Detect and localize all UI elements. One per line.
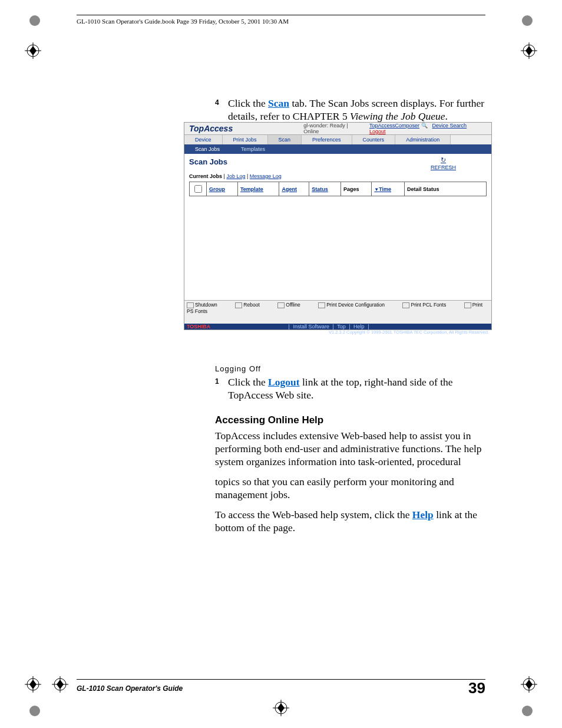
top-links: TopAccessComposer 🔍Device Search Logout: [365, 123, 489, 134]
svg-marker-12: [525, 46, 533, 55]
subtab-templates[interactable]: Templates: [230, 144, 276, 154]
crumb-current: Current Jobs: [189, 173, 222, 179]
button-icon: [277, 302, 285, 308]
step-number: 1: [215, 377, 219, 386]
col-agent[interactable]: Agent: [279, 182, 309, 196]
top-link[interactable]: Top: [337, 324, 346, 330]
button-icon: [318, 302, 325, 308]
footer-actions: Shutdown Reboot Offline Print Device Con…: [187, 302, 489, 314]
main-tabs: Device Print Jobs Scan Preferences Count…: [184, 134, 491, 144]
toshiba-logo: TOSHIBA: [187, 324, 210, 330]
crop-mark-icon: [521, 42, 537, 59]
button-icon: [187, 302, 194, 308]
refresh-link[interactable]: ↻ REFRESH: [431, 156, 456, 170]
job-view-crumbs: Current Jobs | Job Log | Message Log: [189, 173, 487, 179]
col-template[interactable]: Template: [238, 182, 279, 196]
crop-mark-icon: [273, 700, 289, 716]
bottom-links: | Install Software | Top | Help |: [289, 324, 369, 330]
col-detail[interactable]: Detail Status: [405, 182, 487, 196]
svg-marker-28: [277, 703, 285, 713]
step-text: Click the Logout link at the top, right-…: [228, 376, 453, 401]
help-link[interactable]: Help: [412, 509, 434, 521]
step-4: 4 Click the Scan tab. The Scan Jobs scre…: [215, 97, 492, 123]
crop-mark-icon: [25, 676, 41, 693]
crumb-joblog[interactable]: Job Log: [226, 173, 245, 179]
tab-administration[interactable]: Administration: [395, 135, 451, 144]
corner-ball-br: [522, 706, 533, 716]
print-device-config-button[interactable]: Print Device Configuration: [318, 302, 393, 308]
tab-preferences[interactable]: Preferences: [302, 135, 352, 144]
search-icon: 🔍: [421, 123, 428, 129]
brand-logo: TopAccess: [187, 124, 233, 133]
topaccess-screenshot: TopAccess gl-wonder: Ready | Online TopA…: [184, 122, 492, 330]
subtab-scan-jobs[interactable]: Scan Jobs: [184, 144, 230, 154]
help-link-fig[interactable]: Help: [353, 324, 365, 330]
offline-button[interactable]: Offline: [277, 302, 308, 308]
step-text: Click the Scan tab. The Scan Jobs screen…: [228, 97, 484, 122]
corner-ball-bl: [29, 706, 40, 716]
col-group[interactable]: Group: [207, 182, 238, 196]
tab-print-jobs[interactable]: Print Jobs: [223, 135, 268, 144]
crop-mark-icon: [25, 42, 41, 59]
sub-tabs: Scan Jobs Templates: [184, 144, 491, 154]
device-search-link[interactable]: Device Search: [432, 123, 467, 129]
help-para-3: To access the Web-based help system, cli…: [215, 509, 492, 535]
crumb-msglog[interactable]: Message Log: [250, 173, 282, 179]
crop-mark-icon: [521, 676, 537, 693]
toshiba-bar: TOSHIBA | Install Software | Top | Help …: [184, 324, 491, 330]
svg-point-4: [522, 706, 533, 716]
crop-mark-icon: [52, 676, 68, 693]
select-all-checkbox[interactable]: [194, 185, 202, 193]
copyright-text: V1.2.3.2 Copyright © 1999-2001 TOSHIBA T…: [329, 330, 491, 335]
help-para-1: TopAccess includes extensive Web-based h…: [215, 430, 492, 469]
reboot-button[interactable]: Reboot: [235, 302, 267, 308]
scan-jobs-panel: Scan Jobs ↻ REFRESH Current Jobs | Job L…: [184, 154, 491, 315]
svg-marker-8: [29, 46, 37, 55]
svg-marker-16: [29, 680, 37, 689]
jobs-table: Group Template Agent Status Pages ▼Time …: [189, 182, 487, 196]
refresh-icon: ↻: [441, 156, 446, 164]
svg-marker-24: [525, 680, 533, 689]
button-icon: [402, 302, 409, 308]
footer-title: GL-1010 Scan Operator's Guide: [77, 684, 183, 693]
page-number: 39: [468, 679, 485, 697]
col-status[interactable]: Status: [309, 182, 341, 196]
tab-counters[interactable]: Counters: [352, 135, 396, 144]
logout-link[interactable]: Logout: [369, 129, 386, 134]
corner-ball-tl: [29, 15, 40, 26]
button-icon: [464, 302, 471, 308]
install-software-link[interactable]: Install Software: [293, 324, 329, 330]
col-pages[interactable]: Pages: [341, 182, 372, 196]
tab-scan[interactable]: Scan: [268, 135, 302, 144]
logging-off-heading: Logging Off: [215, 364, 492, 374]
logout-link-text[interactable]: Logout: [268, 376, 299, 388]
header-rule: [77, 15, 485, 15]
shutdown-button[interactable]: Shutdown: [187, 302, 226, 308]
svg-point-3: [29, 706, 40, 716]
col-time[interactable]: ▼Time: [372, 182, 405, 196]
step-number: 4: [215, 98, 219, 107]
svg-point-2: [522, 15, 533, 26]
fig-topbar: TopAccess gl-wonder: Ready | Online TopA…: [184, 123, 491, 134]
col-checkbox[interactable]: [190, 182, 207, 196]
online-help-heading: Accessing Online Help: [215, 414, 492, 426]
fig-action-bar: Shutdown Reboot Offline Print Device Con…: [184, 300, 491, 315]
scan-link[interactable]: Scan: [268, 97, 289, 109]
running-header: GL-1010 Scan Operator's Guide.book Page …: [77, 18, 289, 25]
corner-ball-tr: [522, 15, 533, 26]
button-icon: [235, 302, 242, 308]
footer-rule: [77, 679, 485, 680]
device-status: gl-wonder: Ready | Online: [303, 123, 365, 134]
print-pcl-button[interactable]: Print PCL Fonts: [402, 302, 454, 308]
step-1: 1 Click the Logout link at the top, righ…: [215, 376, 492, 402]
composer-link[interactable]: TopAccessComposer: [369, 123, 419, 129]
svg-point-0: [29, 15, 40, 26]
lower-content: Logging Off 1 Click the Logout link at t…: [215, 348, 492, 541]
help-para-2: topics so that you can easily perform yo…: [215, 476, 492, 502]
tab-device[interactable]: Device: [184, 135, 223, 144]
svg-marker-20: [57, 680, 64, 689]
